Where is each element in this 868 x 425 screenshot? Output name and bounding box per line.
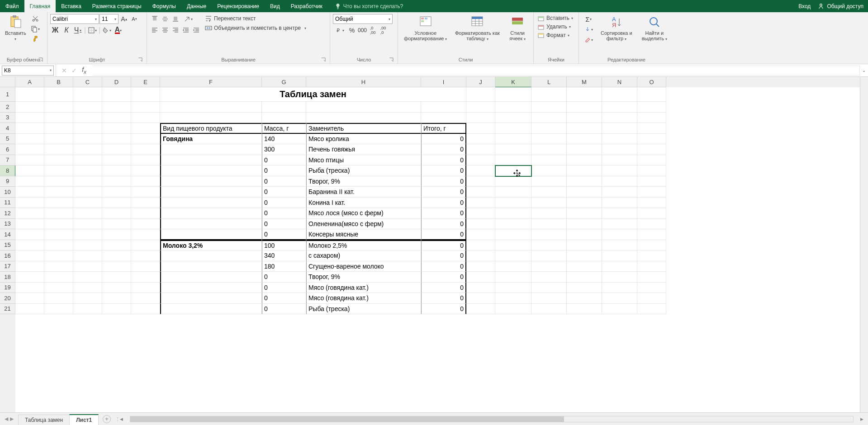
cell[interactable] [495, 240, 531, 251]
cell[interactable] [15, 293, 44, 304]
cell[interactable] [160, 293, 262, 304]
row-header[interactable]: 11 [0, 198, 15, 208]
ribbon-tab-файл[interactable]: Файл [0, 0, 24, 12]
column-header[interactable]: N [602, 77, 637, 87]
cell[interactable] [102, 293, 131, 304]
cell[interactable] [102, 229, 131, 240]
cell[interactable] [262, 102, 306, 113]
cell[interactable]: Консеры мясные [306, 229, 421, 240]
cell[interactable]: Баранина II кат. [306, 187, 421, 198]
wrap-text-button[interactable]: Перенести текст [203, 14, 308, 23]
clear-button[interactable]: ▾ [582, 35, 595, 45]
cell[interactable] [602, 208, 637, 219]
cell[interactable]: 0 [262, 187, 306, 198]
cell[interactable] [567, 113, 602, 123]
cell[interactable]: 300 [262, 144, 306, 155]
cell[interactable] [466, 250, 495, 261]
cell[interactable] [531, 283, 567, 293]
cell[interactable] [160, 102, 262, 113]
cell[interactable] [102, 87, 131, 102]
cell[interactable] [44, 293, 73, 304]
cell[interactable]: Конина I кат. [306, 198, 421, 208]
cell[interactable] [44, 272, 73, 283]
cell[interactable]: Рыба (треска) [306, 304, 421, 315]
fill-button[interactable]: ▾ [582, 24, 595, 34]
cell[interactable] [15, 229, 44, 240]
cell[interactable] [131, 304, 160, 315]
cell[interactable] [466, 293, 495, 304]
cell[interactable] [466, 198, 495, 208]
cell[interactable] [567, 155, 602, 166]
cell[interactable] [44, 187, 73, 198]
cell[interactable] [160, 229, 262, 240]
row-header[interactable]: 10 [0, 187, 15, 198]
cell[interactable] [637, 208, 666, 219]
cell[interactable] [567, 102, 602, 113]
cell[interactable] [637, 240, 666, 251]
cell[interactable] [531, 229, 567, 240]
cell[interactable] [160, 283, 262, 293]
cell[interactable] [131, 87, 160, 102]
cell[interactable] [637, 250, 666, 261]
cell[interactable] [15, 113, 44, 123]
cell[interactable]: 0 [421, 176, 466, 187]
cell[interactable]: 0 [262, 208, 306, 219]
cell[interactable]: 0 [421, 134, 466, 145]
decrease-decimal-button[interactable]: ,00,0 [378, 25, 388, 35]
cell[interactable] [102, 304, 131, 315]
cell[interactable] [73, 240, 102, 251]
cell[interactable] [73, 229, 102, 240]
row-header[interactable]: 4 [0, 123, 15, 134]
cell[interactable] [567, 240, 602, 251]
cell[interactable] [531, 144, 567, 155]
cell[interactable] [15, 304, 44, 315]
ribbon-tab-формулы[interactable]: Формулы [147, 0, 181, 12]
align-right-button[interactable] [171, 25, 180, 35]
sheet-tab[interactable]: Лист1 [69, 414, 99, 425]
cell[interactable] [637, 304, 666, 315]
cell[interactable]: 0 [421, 165, 466, 176]
cell[interactable]: 0 [421, 250, 466, 261]
cell[interactable] [531, 250, 567, 261]
cell[interactable] [567, 293, 602, 304]
cell[interactable] [131, 165, 160, 176]
cell[interactable] [466, 87, 495, 102]
cell[interactable] [466, 113, 495, 123]
cell[interactable]: 0 [262, 155, 306, 166]
cell[interactable] [466, 123, 495, 134]
decrease-font-button[interactable]: A▾ [129, 14, 139, 24]
cell[interactable]: 0 [421, 261, 466, 272]
cell[interactable]: Вид пищевого продукта [160, 123, 262, 134]
cell[interactable] [531, 187, 567, 198]
cell[interactable] [73, 272, 102, 283]
cell[interactable] [15, 134, 44, 145]
cell[interactable]: 0 [421, 208, 466, 219]
cell[interactable] [131, 187, 160, 198]
cell[interactable] [466, 261, 495, 272]
cell[interactable]: Творог, 9% [306, 176, 421, 187]
cell[interactable] [131, 208, 160, 219]
cell[interactable] [44, 176, 73, 187]
cell[interactable] [495, 123, 531, 134]
column-header[interactable]: D [102, 77, 131, 87]
cell[interactable]: 0 [421, 198, 466, 208]
cell[interactable] [637, 165, 666, 176]
cell[interactable] [567, 176, 602, 187]
cell[interactable] [495, 87, 531, 102]
cell[interactable] [160, 113, 262, 123]
cell[interactable] [466, 304, 495, 315]
cell[interactable] [637, 144, 666, 155]
cell[interactable] [495, 187, 531, 198]
cell[interactable]: Мясо (говядина кат.) [306, 293, 421, 304]
expand-formula-bar-button[interactable]: ⌄ [860, 68, 868, 73]
dialog-launcher-icon[interactable] [321, 57, 326, 62]
delete-cells-button[interactable]: Удалить▾ [536, 23, 572, 31]
cell[interactable] [421, 102, 466, 113]
cell[interactable]: Мясо лося (мясо с ферм) [306, 208, 421, 219]
cell[interactable] [466, 219, 495, 230]
cell[interactable] [531, 102, 567, 113]
cell[interactable] [306, 102, 421, 113]
cell[interactable]: 0 [421, 229, 466, 240]
cell[interactable]: 0 [421, 272, 466, 283]
cell[interactable] [15, 261, 44, 272]
